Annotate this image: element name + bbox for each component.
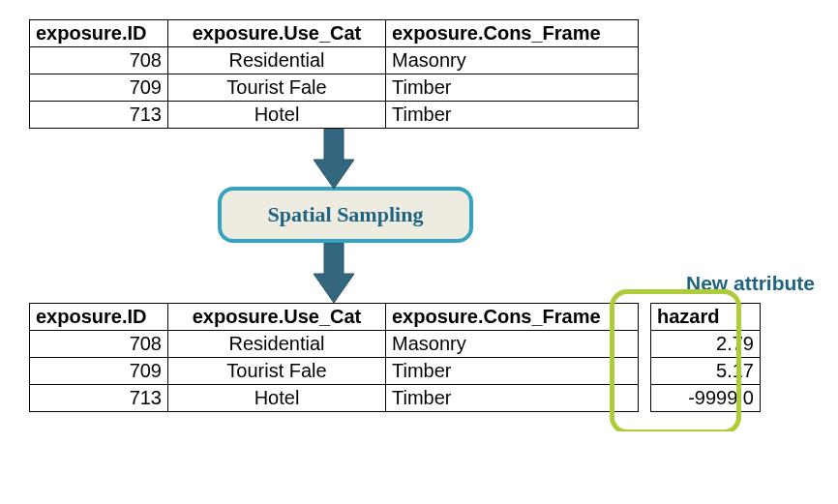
process-box: Spatial Sampling xyxy=(218,187,473,243)
header-frame: exposure.Cons_Frame xyxy=(386,20,639,47)
cell-frame: Timber xyxy=(386,102,639,129)
cell-id: 713 xyxy=(30,102,168,129)
cell-id: 709 xyxy=(30,358,168,385)
cell-usecat: Tourist Fale xyxy=(168,74,386,102)
diagram-container: exposure.ID exposure.Use_Cat exposure.Co… xyxy=(19,19,819,412)
arrow-label-row: New attribute xyxy=(19,243,819,303)
cell-id: 713 xyxy=(30,385,168,412)
arrow-down-2-wrap xyxy=(29,243,639,301)
gap xyxy=(639,358,651,385)
table-row: 713 Hotel Timber xyxy=(30,102,639,129)
header-usecat: exposure.Use_Cat xyxy=(168,304,386,331)
table-row: 713 Hotel Timber -9999.0 xyxy=(30,385,761,412)
output-table: exposure.ID exposure.Use_Cat exposure.Co… xyxy=(29,303,761,412)
cell-frame: Masonry xyxy=(386,47,639,74)
process-label: Spatial Sampling xyxy=(268,202,424,226)
header-hazard: hazard xyxy=(651,304,761,331)
header-id: exposure.ID xyxy=(30,20,168,47)
cell-id: 708 xyxy=(30,47,168,74)
cell-usecat: Hotel xyxy=(168,385,386,412)
output-table-wrap: exposure.ID exposure.Use_Cat exposure.Co… xyxy=(29,303,819,412)
table-header-row: exposure.ID exposure.Use_Cat exposure.Co… xyxy=(30,304,761,331)
cell-frame: Timber xyxy=(386,358,639,385)
gap xyxy=(639,385,651,412)
cell-frame: Timber xyxy=(386,74,639,102)
cell-hazard: -9999.0 xyxy=(651,385,761,412)
header-usecat: exposure.Use_Cat xyxy=(168,20,386,47)
table-row: 708 Residential Masonry xyxy=(30,47,639,74)
new-attribute-label: New attribute xyxy=(686,272,815,295)
cell-usecat: Residential xyxy=(168,331,386,358)
arrow-down-icon xyxy=(314,129,354,187)
cell-id: 709 xyxy=(30,74,168,102)
cell-usecat: Hotel xyxy=(168,102,386,129)
gap xyxy=(639,304,651,331)
header-id: exposure.ID xyxy=(30,304,168,331)
cell-hazard: 2.79 xyxy=(651,331,761,358)
input-table-wrap: exposure.ID exposure.Use_Cat exposure.Co… xyxy=(29,19,819,129)
cell-id: 708 xyxy=(30,331,168,358)
cell-usecat: Residential xyxy=(168,47,386,74)
table-header-row: exposure.ID exposure.Use_Cat exposure.Co… xyxy=(30,20,639,47)
cell-usecat: Tourist Fale xyxy=(168,358,386,385)
cell-hazard: 5.17 xyxy=(651,358,761,385)
table-row: 709 Tourist Fale Timber 5.17 xyxy=(30,358,761,385)
cell-frame: Timber xyxy=(386,385,639,412)
input-table: exposure.ID exposure.Use_Cat exposure.Co… xyxy=(29,19,639,129)
cell-frame: Masonry xyxy=(386,331,639,358)
arrow-down-1-wrap xyxy=(29,129,639,187)
header-frame: exposure.Cons_Frame xyxy=(386,304,639,331)
table-row: 709 Tourist Fale Timber xyxy=(30,74,639,102)
gap xyxy=(639,331,651,358)
arrow-down-icon xyxy=(314,243,354,301)
table-row: 708 Residential Masonry 2.79 xyxy=(30,331,761,358)
